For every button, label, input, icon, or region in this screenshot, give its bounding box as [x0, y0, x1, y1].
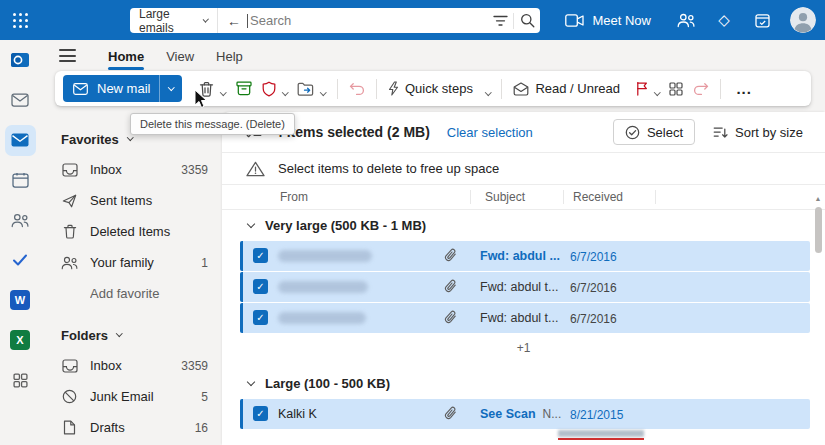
my-day-icon — [755, 13, 770, 28]
message-subject: Fwd: abdul t... — [480, 280, 559, 294]
calendar-icon[interactable] — [0, 160, 40, 200]
message-received: 6/7/2016 — [570, 312, 617, 326]
sidebar-item-inbox[interactable]: Inbox 3359 — [40, 154, 222, 185]
topbar: Large emails Search Me — [0, 0, 825, 40]
outlook-window: Large emails Search Me — [0, 0, 825, 445]
todo-icon[interactable] — [0, 240, 40, 280]
row-checkbox[interactable] — [253, 310, 268, 325]
delete-button[interactable] — [194, 75, 219, 102]
chevron-down-icon[interactable] — [221, 81, 226, 99]
search-input[interactable]: Search — [218, 8, 540, 33]
clear-selection-link[interactable]: Clear selection — [447, 125, 533, 140]
text-caret — [247, 14, 248, 28]
archive-button[interactable] — [231, 75, 257, 102]
message-row[interactable]: Fwd: abdul ... 6/7/2016 — [240, 241, 810, 271]
scrollbar[interactable] — [813, 194, 823, 441]
scroll-up-arrow-icon[interactable] — [813, 194, 823, 204]
mail-icon[interactable] — [0, 80, 40, 120]
sidebar-item-sent-items[interactable]: Sent Items — [40, 185, 222, 216]
inbox-icon — [61, 359, 78, 373]
move-to-button[interactable] — [292, 75, 319, 102]
chevron-down-icon[interactable] — [283, 81, 288, 99]
back-arrow-icon[interactable] — [227, 14, 241, 28]
read-unread-button[interactable]: Read / Unread — [508, 75, 631, 102]
mail-icon — [73, 83, 88, 95]
selection-summary: 4 items selected (2 MB) — [275, 124, 430, 140]
search-scope-dropdown[interactable]: Large emails — [130, 8, 218, 33]
row-checkbox[interactable] — [253, 406, 268, 421]
sidebar-item-deleted-items[interactable]: Deleted Items — [40, 216, 222, 247]
sidebar-item-folders-inbox[interactable]: Inbox 3359 — [40, 350, 222, 381]
app-launcher-button[interactable] — [0, 0, 40, 40]
group-header-large[interactable]: Large (100 - 500 KB) — [222, 368, 825, 399]
column-subject[interactable]: Subject — [485, 190, 525, 204]
column-divider — [470, 190, 471, 204]
quick-steps-button[interactable]: Quick steps — [383, 75, 484, 102]
ribbon-toolbar: New mail Quick steps — [55, 71, 811, 106]
folders-section-header[interactable]: Folders — [40, 320, 222, 350]
sidebar-item-junk-email[interactable]: Junk Email 5 — [40, 381, 222, 412]
search-placeholder: Search — [250, 13, 487, 28]
message-row[interactable]: Fwd: abdul t... 6/7/2016 — [240, 303, 810, 333]
tab-view[interactable]: View — [155, 44, 205, 73]
row-checkbox[interactable] — [253, 279, 268, 294]
sidebar-item-count: 1 — [201, 256, 208, 270]
chevron-down-icon[interactable] — [486, 81, 491, 99]
sidebar-item-drafts[interactable]: Drafts 16 — [40, 412, 222, 443]
search-bar: Large emails Search — [130, 8, 540, 33]
more-options-button[interactable]: ... — [727, 75, 761, 102]
column-from[interactable]: From — [280, 190, 308, 204]
search-icon[interactable] — [514, 8, 540, 33]
tab-help[interactable]: Help — [205, 44, 254, 73]
scrollbar-thumb[interactable] — [815, 207, 822, 253]
new-mail-button[interactable]: New mail — [63, 75, 182, 102]
message-row[interactable]: Kalki K See Scan N... 8/21/2015 — [240, 399, 810, 429]
chevron-down-icon[interactable] — [655, 81, 660, 99]
spellcheck-underline — [558, 438, 644, 440]
banner-text: Select items to delete to free up space — [278, 161, 499, 176]
flag-button[interactable] — [631, 75, 653, 102]
report-button[interactable] — [257, 75, 281, 102]
trash-icon — [61, 224, 78, 239]
message-received: 6/7/2016 — [570, 250, 617, 264]
undo-button[interactable] — [344, 75, 370, 102]
message-from: Kalki K — [278, 407, 317, 421]
sender-redacted — [278, 281, 368, 293]
select-button[interactable]: Select — [613, 119, 695, 145]
more-apps-icon[interactable] — [0, 360, 40, 400]
add-favorite-button[interactable]: Add favorite — [40, 278, 222, 309]
group-header-very-large[interactable]: Very large (500 KB - 1 MB) — [222, 210, 825, 241]
row-checkbox[interactable] — [253, 248, 268, 263]
outlook-logo[interactable] — [0, 40, 40, 80]
check-circle-icon — [625, 125, 640, 140]
premium-button[interactable] — [705, 0, 743, 40]
tab-home[interactable]: Home — [97, 44, 155, 73]
my-day-button[interactable] — [743, 0, 781, 40]
chevron-down-icon — [127, 134, 133, 140]
partial-row — [222, 430, 825, 441]
apps-button[interactable] — [664, 75, 688, 102]
hamburger-menu-button[interactable] — [59, 49, 76, 62]
new-mail-label: New mail — [97, 81, 150, 96]
divider — [720, 79, 721, 99]
sort-button[interactable]: Sort by size — [713, 125, 803, 140]
message-row[interactable]: Fwd: abdul t... 6/7/2016 — [240, 272, 810, 302]
people-icon[interactable] — [0, 200, 40, 240]
account-button[interactable] — [781, 7, 825, 33]
word-icon[interactable]: W — [0, 280, 40, 320]
column-received[interactable]: Received — [573, 190, 623, 204]
mail-selected-icon[interactable] — [0, 120, 40, 160]
teams-button[interactable] — [667, 0, 705, 40]
filter-icon[interactable] — [487, 8, 513, 33]
meet-now-button[interactable]: Meet Now — [549, 0, 667, 40]
section-title: Favorites — [61, 132, 119, 147]
junk-icon — [61, 389, 78, 404]
group-overflow-indicator[interactable]: +1 — [222, 334, 825, 362]
redo-button[interactable] — [688, 75, 714, 102]
excel-icon[interactable]: X — [0, 320, 40, 360]
new-mail-split-chevron[interactable] — [160, 75, 182, 102]
column-divider — [655, 190, 656, 204]
chevron-down-icon[interactable] — [321, 81, 326, 99]
message-preview: N... — [543, 407, 562, 421]
sidebar-item-your-family[interactable]: Your family 1 — [40, 247, 222, 278]
